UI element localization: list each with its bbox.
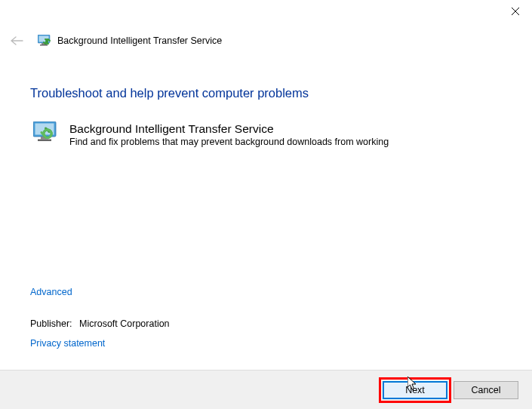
next-button[interactable]: Next — [383, 381, 447, 399]
svg-rect-3 — [40, 45, 48, 46]
troubleshooter-header-icon — [38, 35, 51, 47]
service-row: Background Intelligent Transfer Service … — [33, 121, 502, 149]
service-description: Find and fix problems that may prevent b… — [69, 136, 389, 149]
service-title: Background Intelligent Transfer Service — [69, 121, 389, 136]
publisher-label: Publisher: — [30, 318, 72, 329]
main-heading: Troubleshoot and help prevent computer p… — [30, 86, 502, 100]
close-icon — [512, 8, 519, 15]
privacy-link[interactable]: Privacy statement — [30, 338, 105, 349]
header-row: Background Intelligent Transfer Service — [0, 24, 532, 48]
svg-rect-7 — [38, 140, 51, 142]
advanced-link[interactable]: Advanced — [30, 287, 170, 297]
footer: Next Cancel — [0, 370, 532, 409]
cancel-button[interactable]: Cancel — [454, 381, 518, 399]
publisher-row: Publisher: Microsoft Corporation — [30, 318, 170, 329]
window-title: Background Intelligent Transfer Service — [57, 35, 222, 46]
titlebar — [0, 0, 532, 24]
back-button[interactable] — [9, 33, 24, 48]
publisher-name: Microsoft Corporation — [79, 318, 170, 329]
close-button[interactable] — [498, 0, 532, 23]
content-area: Troubleshoot and help prevent computer p… — [0, 48, 532, 149]
bottom-links: Advanced Publisher: Microsoft Corporatio… — [30, 287, 170, 349]
troubleshooter-service-icon — [33, 121, 59, 144]
back-arrow-icon — [10, 35, 23, 46]
service-text: Background Intelligent Transfer Service … — [69, 121, 389, 149]
